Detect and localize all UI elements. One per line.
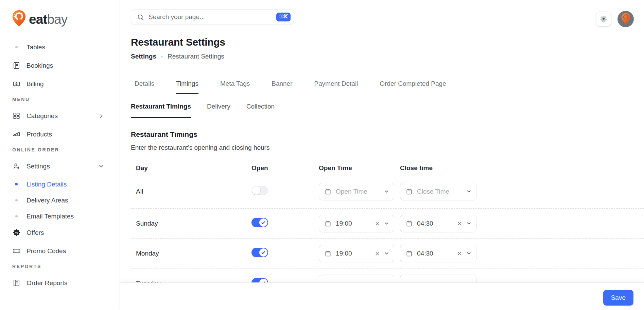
sidebar-item-categories[interactable]: Categories — [12, 110, 120, 121]
toggle-knob — [252, 186, 260, 195]
cheese-icon — [12, 130, 20, 138]
day-label: Sunday — [136, 220, 251, 227]
tab-order-completed-page[interactable]: Order Completed Page — [380, 80, 446, 94]
tab-payment-detail[interactable]: Payment Detail — [314, 80, 358, 94]
open-toggle[interactable] — [251, 248, 268, 257]
sidebar-item-tables[interactable]: Tables — [12, 42, 120, 52]
clear-x-icon[interactable] — [457, 251, 462, 256]
settings-tabs: Details Timings Meta Tags Banner Payment… — [120, 80, 644, 94]
close-time-select[interactable]: 04:30 — [400, 245, 476, 262]
notebook-icon — [12, 61, 20, 69]
toggle-knob — [259, 218, 267, 227]
open-toggle[interactable] — [251, 186, 268, 195]
clear-x-icon[interactable] — [375, 221, 380, 226]
day-label: Monday — [136, 250, 251, 257]
top-actions — [596, 11, 634, 27]
dot-icon — [12, 212, 20, 220]
subtab-collection[interactable]: Collection — [246, 103, 275, 118]
chevron-down-icon[interactable] — [384, 250, 389, 256]
col-header-day: Day — [136, 164, 251, 172]
sidebar-subitem-email-templates[interactable]: Email Templates — [12, 211, 120, 221]
subtab-delivery[interactable]: Delivery — [207, 103, 230, 118]
notebook-icon — [12, 279, 20, 287]
page-title: Restaurant Settings — [131, 36, 644, 48]
subtab-restaurant-timings[interactable]: Restaurant Timings — [131, 103, 191, 118]
sidebar-item-products[interactable]: Products — [12, 129, 120, 140]
sidebar-item-billing[interactable]: Billing — [12, 78, 120, 89]
table-row-all: All Open Time — [131, 175, 644, 209]
save-button[interactable]: Save — [603, 290, 633, 306]
close-time-select[interactable]: 04:30 — [400, 215, 476, 232]
col-header-open-time: Open Time — [319, 164, 400, 172]
open-time-value: 19:00 — [336, 220, 352, 227]
open-time-select[interactable]: Open Time — [319, 183, 394, 200]
tab-details[interactable]: Details — [135, 80, 154, 94]
table-row-monday: Monday 19:00 — [131, 239, 644, 268]
breadcrumb-current: Restaurant Settings — [168, 53, 224, 60]
close-time-select[interactable]: Close Time — [400, 183, 476, 200]
eatbay-pin-icon — [12, 10, 26, 28]
calendar-icon — [405, 249, 413, 258]
calendar-icon — [324, 249, 332, 258]
col-header-close-time: Close time — [400, 164, 644, 172]
sidebar: eatbay Tables Bookings Billing — [0, 0, 120, 310]
chevron-down-icon[interactable] — [466, 221, 472, 226]
sidebar-subitem-delivery-areas[interactable]: Delivery Areas — [12, 195, 120, 205]
check-icon — [261, 250, 266, 255]
section-title: Restaurant Timings — [131, 130, 644, 138]
customizer-gear-button[interactable] — [596, 12, 611, 26]
table-header-row: Day Open Open Time Close time — [131, 164, 644, 172]
badge-percent-icon: % — [12, 228, 20, 236]
chevron-down-icon[interactable] — [98, 163, 105, 169]
keyboard-shortcut-badge: ⌘K — [276, 13, 291, 21]
sidebar-nav: Tables Bookings Billing MENU — [12, 42, 120, 288]
chevron-down-icon[interactable] — [466, 189, 472, 194]
sidebar-item-bookings[interactable]: Bookings — [12, 60, 120, 71]
search-input[interactable] — [148, 13, 273, 21]
ticket-icon — [12, 247, 20, 255]
open-time-value: 19:00 — [336, 250, 352, 257]
open-time-placeholder: Open Time — [336, 188, 367, 195]
clear-x-icon[interactable] — [457, 221, 462, 226]
col-header-open: Open — [251, 164, 319, 172]
user-gear-icon — [12, 162, 20, 170]
open-toggle[interactable] — [251, 218, 268, 227]
gear-icon — [599, 15, 608, 24]
day-label: All — [136, 188, 251, 195]
sidebar-section-menu: MENU — [12, 97, 120, 102]
svg-text:%: % — [15, 230, 18, 234]
breadcrumb: Settings Restaurant Settings — [131, 53, 644, 60]
open-time-select[interactable]: 19:00 — [319, 245, 394, 262]
dot-icon — [12, 180, 20, 188]
eatbay-pin-icon — [621, 13, 630, 26]
sidebar-section-online-order: ONLINE ORDER — [12, 147, 120, 152]
breadcrumb-settings[interactable]: Settings — [131, 53, 156, 60]
clear-x-icon[interactable] — [375, 251, 380, 256]
tab-meta-tags[interactable]: Meta Tags — [220, 80, 250, 94]
chevron-right-icon[interactable] — [98, 112, 105, 119]
search-icon — [136, 13, 144, 21]
calendar-icon — [324, 219, 332, 228]
brand-wordmark: eatbay — [29, 13, 67, 26]
open-time-select[interactable]: 19:00 — [319, 215, 394, 232]
section-subtitle: Enter the restaurant’s opening and closi… — [131, 144, 644, 151]
close-time-placeholder: Close Time — [417, 188, 449, 195]
footer-bar: Save — [120, 282, 644, 310]
brand-logo[interactable]: eatbay — [12, 10, 120, 29]
chevron-down-icon[interactable] — [384, 189, 389, 194]
timings-subtabs: Restaurant Timings Delivery Collection — [120, 103, 644, 118]
sidebar-item-promo-codes[interactable]: Promo Codes — [12, 245, 120, 256]
sidebar-subitem-listing-details[interactable]: Listing Details — [12, 179, 120, 189]
sidebar-item-settings[interactable]: Settings — [12, 161, 120, 172]
search-box[interactable]: ⌘K — [131, 9, 294, 25]
calendar-icon — [324, 187, 332, 196]
check-icon — [261, 220, 266, 225]
chevron-down-icon[interactable] — [466, 250, 472, 256]
sidebar-item-order-reports[interactable]: Order Reports — [12, 277, 120, 288]
calendar-icon — [405, 187, 413, 196]
user-avatar[interactable] — [617, 11, 634, 27]
tab-timings[interactable]: Timings — [176, 80, 198, 94]
chevron-down-icon[interactable] — [384, 221, 389, 226]
tab-banner[interactable]: Banner — [272, 80, 292, 94]
sidebar-item-offers[interactable]: % Offers — [12, 227, 120, 238]
